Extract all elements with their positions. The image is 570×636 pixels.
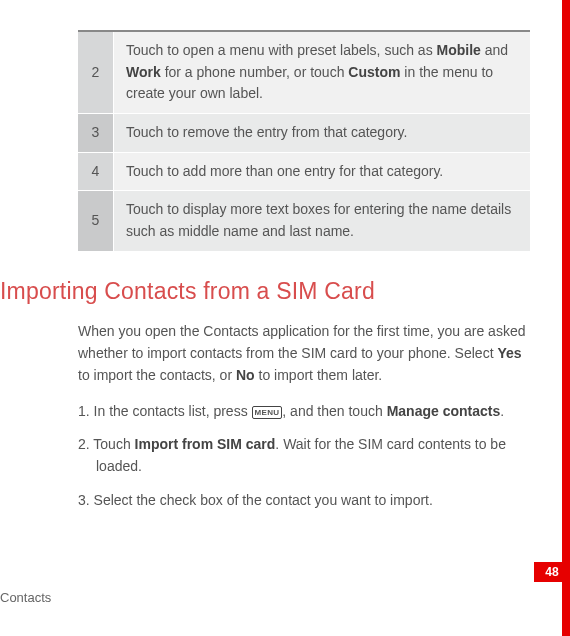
table-row: 5Touch to display more text boxes for en… (78, 191, 530, 251)
step-list: 1. In the contacts list, press MENU, and… (78, 401, 534, 512)
table-row: 2Touch to open a menu with preset labels… (78, 32, 530, 114)
menu-key-icon: MENU (252, 406, 283, 419)
row-description: Touch to remove the entry from that cate… (114, 114, 530, 152)
step-number: 1. (78, 403, 94, 419)
row-description: Touch to add more than one entry for tha… (114, 153, 530, 191)
row-number: 5 (78, 191, 114, 250)
row-description: Touch to display more text boxes for ent… (114, 191, 530, 250)
section-heading: Importing Contacts from a SIM Card (0, 274, 534, 310)
row-number: 2 (78, 32, 114, 113)
page-number: 48 (545, 563, 558, 582)
row-description: Touch to open a menu with preset labels,… (114, 32, 530, 113)
table-row: 3Touch to remove the entry from that cat… (78, 114, 530, 153)
step-item: 2. Touch Import from SIM card. Wait for … (78, 434, 534, 477)
step-number: 3. (78, 492, 94, 508)
reference-table: 2Touch to open a menu with preset labels… (78, 30, 530, 252)
step-item: 1. In the contacts list, press MENU, and… (78, 401, 534, 423)
footer-chapter-label: Contacts (0, 588, 51, 608)
row-number: 4 (78, 153, 114, 191)
side-accent-strip (562, 0, 570, 562)
table-row: 4Touch to add more than one entry for th… (78, 153, 530, 192)
row-number: 3 (78, 114, 114, 152)
step-number: 2. (78, 436, 93, 452)
intro-paragraph: When you open the Contacts application f… (78, 321, 534, 386)
step-item: 3. Select the check box of the contact y… (78, 490, 534, 512)
side-accent-strip-lower (562, 582, 570, 636)
page-number-tab: 48 (534, 562, 570, 582)
